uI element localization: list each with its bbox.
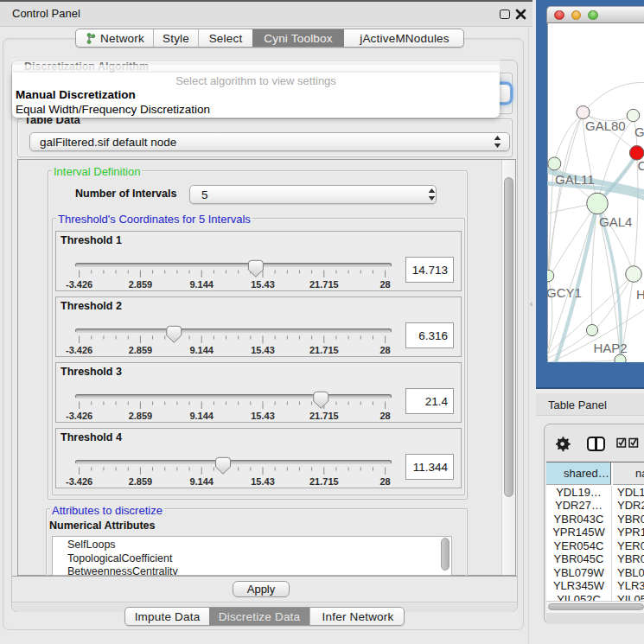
svg-text:GAL: GAL [634,124,644,139]
svg-text:GAL11: GAL11 [555,172,595,187]
svg-text:GAL4: GAL4 [599,214,632,229]
svg-text:CY: CY [638,158,644,173]
svg-text:HAP2: HAP2 [594,341,628,355]
svg-text:GCY1: GCY1 [547,285,582,300]
svg-text:GAL80: GAL80 [585,118,626,133]
svg-text:HA: HA [636,287,644,302]
